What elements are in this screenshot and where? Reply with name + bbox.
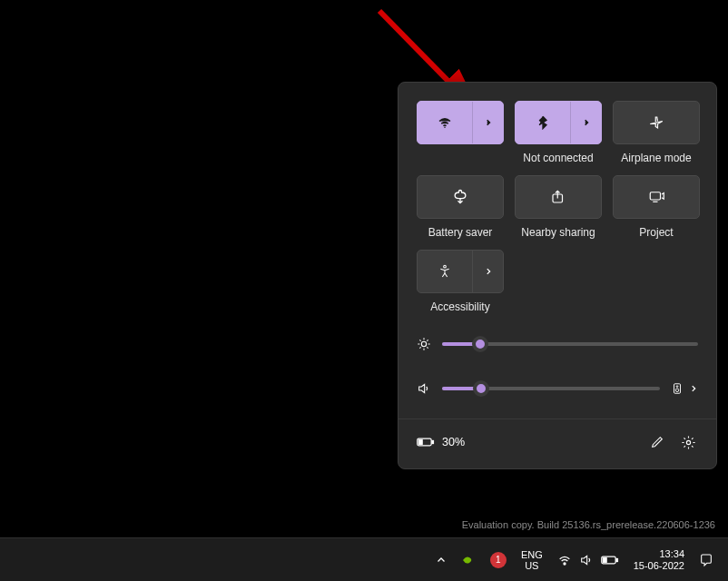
bluetooth-toggle[interactable]: [516, 102, 570, 143]
speaker-device-icon: [671, 380, 684, 397]
svg-point-5: [421, 341, 426, 346]
pencil-icon: [650, 435, 664, 449]
chevron-right-icon: [689, 384, 698, 393]
svg-rect-10: [432, 440, 434, 443]
audio-output-button[interactable]: [671, 380, 684, 397]
wifi-expand[interactable]: [472, 102, 503, 143]
project-icon: [647, 189, 665, 205]
quick-settings-panel: Not connected Airplane mode Battery save…: [398, 82, 717, 469]
volume-slider[interactable]: [442, 387, 660, 390]
chevron-right-icon: [484, 118, 493, 127]
accessibility-expand[interactable]: [472, 251, 503, 292]
wifi-icon: [437, 114, 453, 131]
bluetooth-icon: [536, 115, 550, 130]
share-icon: [550, 189, 566, 205]
project-tile[interactable]: [613, 175, 700, 219]
audio-output-expand[interactable]: [689, 384, 698, 393]
battery-saver-label: Battery saver: [428, 226, 493, 239]
battery-saver-tile[interactable]: [417, 175, 504, 219]
chevron-up-icon: [436, 555, 447, 566]
notifications-button[interactable]: [694, 542, 719, 578]
brightness-icon: [417, 337, 431, 351]
taskbar-date: 15-06-2022: [634, 560, 684, 572]
tray-security-alert[interactable]: 1: [485, 542, 512, 578]
wifi-icon: [557, 553, 572, 567]
notification-icon: [699, 553, 713, 567]
svg-point-8: [675, 389, 679, 392]
clock-button[interactable]: 13:34 15-06-2022: [628, 542, 690, 578]
chevron-right-icon: [484, 267, 493, 276]
accessibility-label: Accessibility: [430, 300, 489, 313]
svg-rect-15: [616, 558, 618, 561]
quick-settings-footer: 30%: [398, 419, 716, 468]
alert-badge: 1: [490, 552, 507, 568]
airplane-mode-tile[interactable]: [613, 101, 700, 144]
gear-icon: [681, 435, 696, 450]
accessibility-tile[interactable]: [417, 250, 504, 293]
accessibility-icon: [438, 264, 452, 279]
quick-settings-tiles: Not connected Airplane mode Battery save…: [398, 83, 716, 330]
bluetooth-tile[interactable]: [515, 101, 602, 144]
battery-status[interactable]: 30%: [417, 436, 465, 448]
nvidia-icon: [461, 553, 476, 567]
brightness-slider[interactable]: [442, 342, 698, 346]
volume-icon: [417, 381, 431, 396]
battery-percent: 30%: [442, 436, 465, 448]
svg-point-1: [444, 127, 446, 129]
nearby-sharing-tile[interactable]: [515, 175, 602, 219]
bluetooth-label: Not connected: [523, 152, 593, 164]
taskbar: 1 ENG US 13:34 15-06-2022: [0, 537, 728, 581]
system-tray[interactable]: [552, 542, 625, 578]
svg-rect-16: [603, 557, 606, 562]
language-button[interactable]: ENG US: [516, 542, 548, 578]
nearby-sharing-label: Nearby sharing: [521, 226, 595, 239]
wifi-toggle[interactable]: [418, 102, 472, 143]
volume-icon: [579, 553, 594, 567]
svg-rect-3: [650, 192, 660, 200]
all-settings-button[interactable]: [673, 427, 703, 458]
battery-icon: [601, 555, 619, 566]
tray-nvidia-icon[interactable]: [456, 542, 481, 578]
edit-quick-settings-button[interactable]: [642, 427, 673, 458]
svg-point-12: [686, 440, 690, 444]
tray-overflow-button[interactable]: [430, 542, 452, 578]
lang-secondary: US: [521, 560, 543, 571]
volume-slider-row: [417, 380, 698, 397]
airplane-mode-label: Airplane mode: [621, 152, 691, 164]
airplane-icon: [648, 114, 664, 131]
taskbar-time: 13:34: [634, 548, 684, 560]
svg-rect-11: [418, 440, 422, 445]
brightness-slider-row: [417, 337, 698, 351]
lang-primary: ENG: [521, 549, 543, 560]
wifi-tile[interactable]: [417, 101, 504, 144]
battery-icon: [417, 436, 435, 448]
bluetooth-expand[interactable]: [570, 102, 601, 143]
svg-point-4: [444, 265, 447, 268]
chevron-right-icon: [582, 118, 591, 127]
project-label: Project: [639, 226, 673, 239]
svg-point-13: [564, 563, 566, 565]
windows-watermark: Evaluation copy. Build 25136.rs_prerelea…: [462, 519, 715, 530]
accessibility-toggle[interactable]: [418, 251, 472, 292]
battery-saver-icon: [451, 188, 469, 206]
svg-point-7: [676, 386, 678, 388]
